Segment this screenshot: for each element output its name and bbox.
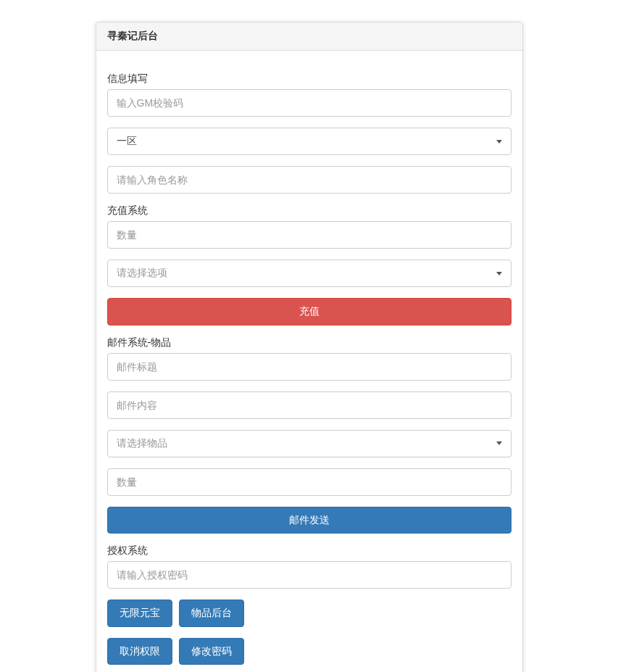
panel-body: 信息填写 一区 充值系统 请选择选项 充值 邮件系统-物品 请选择物品: [96, 51, 522, 672]
section-info-label: 信息填写: [107, 72, 511, 86]
caret-down-icon: [496, 441, 502, 445]
unlimited-gold-button[interactable]: 无限元宝: [107, 600, 172, 627]
panel-header: 寻秦记后台: [96, 22, 522, 51]
caret-down-icon: [496, 140, 502, 144]
mail-item-select[interactable]: 请选择物品: [107, 430, 511, 457]
recharge-option-value: 请选择选项: [117, 267, 167, 280]
auth-button-group-1: 无限元宝 物品后台: [107, 600, 511, 631]
recharge-quantity-input[interactable]: [107, 221, 511, 249]
section-auth-label: 授权系统: [107, 544, 511, 557]
server-select[interactable]: 一区: [107, 128, 511, 155]
recharge-button[interactable]: 充值: [107, 298, 511, 325]
admin-panel: 寻秦记后台 信息填写 一区 充值系统 请选择选项 充值 邮件系统-物品: [96, 22, 523, 672]
gm-code-input[interactable]: [107, 89, 511, 117]
item-backend-button[interactable]: 物品后台: [179, 600, 244, 627]
mail-content-input[interactable]: [107, 391, 511, 419]
cancel-permission-button[interactable]: 取消权限: [107, 638, 172, 665]
auth-password-input[interactable]: [107, 561, 511, 589]
recharge-option-select[interactable]: 请选择选项: [107, 260, 511, 287]
mail-quantity-input[interactable]: [107, 468, 511, 496]
mail-title-input[interactable]: [107, 353, 511, 381]
server-select-value: 一区: [117, 135, 137, 148]
mail-send-button[interactable]: 邮件发送: [107, 507, 511, 534]
section-mail-label: 邮件系统-物品: [107, 336, 511, 349]
role-name-input[interactable]: [107, 166, 511, 194]
caret-down-icon: [496, 272, 502, 275]
section-recharge-label: 充值系统: [107, 204, 511, 217]
change-password-button[interactable]: 修改密码: [179, 638, 244, 665]
auth-button-group-2: 取消权限 修改密码: [107, 638, 511, 669]
mail-item-value: 请选择物品: [117, 437, 167, 450]
panel-title: 寻秦记后台: [107, 30, 158, 41]
